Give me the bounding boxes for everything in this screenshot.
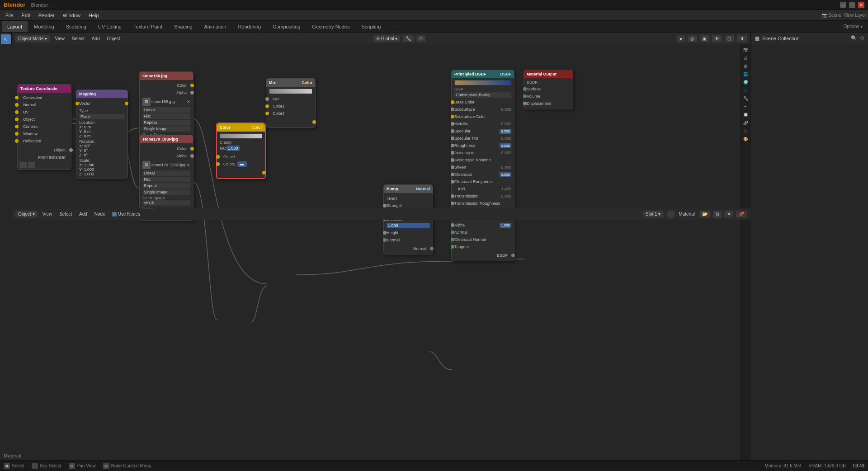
node-editor-header: Object ▾ View Select Add Node Use Nodes … — [12, 208, 750, 220]
statusbar: ◉ Select ⬚ Box Select ⊙ Pan View ◎ Node … — [0, 460, 868, 471]
node-editor-type[interactable]: Object ▾ — [15, 211, 38, 217]
node-material-output[interactable]: Material Output BSDF Surface Volume Disp… — [524, 70, 573, 109]
tab-modeling[interactable]: Modeling — [28, 21, 60, 32]
tab-scripting[interactable]: Scripting — [356, 21, 386, 32]
menu-view[interactable]: View — [52, 35, 67, 42]
status-memory: Memory: 81.6 MiB — [765, 463, 802, 468]
object-mode-selector[interactable]: Object Mode ▾ — [15, 35, 50, 42]
workspace-tabs: Layout Modeling Sculpting UV Editing Tex… — [0, 21, 868, 33]
material-copy[interactable]: ⧉ — [713, 211, 722, 218]
properties-icons-strip: 📷 🖨 ▦ 🌐 🌍 ⬡ 🔧 ✦ 🔲 🔗 ⬡ 🎨 — [741, 44, 750, 460]
viewport-shading-material[interactable]: ◎ — [688, 35, 697, 42]
tab-rendering[interactable]: Rendering — [232, 21, 266, 32]
menu-select[interactable]: Select — [70, 35, 87, 42]
outliner-options[interactable]: ⚙ — [860, 35, 864, 41]
props-strip-constraints[interactable]: 🔗 — [742, 119, 749, 127]
node-canvas[interactable]: Texture Coordinate Generated Normal UV O… — [0, 44, 868, 460]
viewport-overlay[interactable]: 👁 — [712, 35, 722, 42]
props-strip-render[interactable]: 📷 — [742, 46, 749, 53]
props-strip-output[interactable]: 🖨 — [742, 54, 749, 61]
node-bump-title: Bump — [387, 187, 398, 191]
props-strip-view[interactable]: ▦ — [742, 62, 749, 70]
viewport-xray[interactable]: ⬡ — [725, 35, 734, 42]
props-strip-physics[interactable]: 🔲 — [742, 111, 749, 118]
menu-object[interactable]: Object — [105, 35, 123, 42]
pin-node[interactable]: 📌 — [736, 211, 747, 217]
tab-compositing[interactable]: Compositing — [267, 21, 306, 32]
node-image-texture-2[interactable]: stone170_DISPjpg Color Alpha 🖼 stone170_… — [139, 135, 193, 221]
tab-uv-editing[interactable]: UV Editing — [93, 21, 127, 32]
props-strip-particles[interactable]: ✦ — [742, 103, 749, 110]
tab-animation[interactable]: Animation — [199, 21, 232, 32]
node-tc-title: Texture Coordinate — [20, 86, 57, 91]
status-time: 09:43 — [853, 463, 864, 468]
node-menu-select[interactable]: Select — [57, 211, 74, 217]
slot-selector[interactable]: Slot 1 ▾ — [643, 211, 663, 217]
outliner-icon: ▦ — [755, 35, 760, 42]
menu-window[interactable]: Window — [59, 12, 84, 19]
mouse-drag-icon: ⬚ — [32, 463, 38, 469]
material-ball-icon — [667, 210, 675, 218]
material-browse[interactable]: 📂 — [699, 211, 710, 217]
node-principled-bsdf[interactable]: Principled BSDF BSDF GGX Christensen-Bur… — [451, 70, 514, 261]
use-nodes-check[interactable] — [112, 212, 117, 217]
snap-button[interactable]: 🔧 — [403, 35, 414, 42]
node-menu-view[interactable]: View — [40, 211, 55, 217]
node-menu-node[interactable]: Node — [92, 211, 108, 217]
node-mapping[interactable]: Mapping Vector Type Point Location: X: 0… — [76, 89, 128, 179]
outliner-filter[interactable]: 🔍 — [851, 35, 857, 41]
status-pan: ⊙ Pan View — [69, 463, 96, 469]
props-strip-material[interactable]: 🎨 — [742, 136, 749, 143]
node-texture-coordinate[interactable]: Texture Coordinate Generated Normal UV O… — [17, 84, 71, 170]
material-label: Material — [679, 212, 695, 217]
minimize-button[interactable]: — — [840, 2, 846, 8]
title-text: Blender — [31, 2, 840, 8]
viewport-shading-solid[interactable]: ● — [677, 35, 685, 42]
tab-layout[interactable]: Layout — [2, 21, 28, 32]
window-controls: — □ ✕ — [840, 2, 864, 8]
props-strip-data[interactable]: ⬡ — [742, 127, 749, 135]
status-box-select: ⬚ Box Select — [32, 463, 61, 469]
proportional-edit[interactable]: ⊙ — [416, 35, 425, 42]
props-strip-object[interactable]: ⬡ — [742, 87, 749, 94]
status-box-select-label: Box Select — [40, 463, 61, 468]
scene-label: 📷 Scene — [822, 13, 841, 18]
add-workspace-button[interactable]: + — [387, 21, 401, 32]
tab-texture-paint[interactable]: Texture Paint — [128, 21, 168, 32]
close-button[interactable]: ✕ — [858, 2, 864, 8]
right-mouse-icon: ◎ — [103, 463, 109, 469]
use-nodes-checkbox[interactable]: Use Nodes — [112, 212, 140, 217]
menu-add[interactable]: Add — [90, 35, 102, 42]
tab-geometry-nodes[interactable]: Geometry Nodes — [307, 21, 355, 32]
select-tool[interactable]: ↖ — [1, 34, 11, 44]
node-editor-material-label: Material — [4, 453, 21, 458]
tab-shading[interactable]: Shading — [169, 21, 198, 32]
maximize-button[interactable]: □ — [849, 2, 855, 8]
viewport-header: Object Mode ▾ View Select Add Object ⊕ G… — [12, 33, 750, 44]
middle-mouse-icon: ⊙ — [69, 463, 75, 469]
menu-render[interactable]: Render — [35, 12, 58, 19]
menu-file[interactable]: File — [2, 12, 17, 19]
menubar: File Edit Render Window Help 📷 Scene Vie… — [0, 10, 868, 21]
global-orientation[interactable]: ⊕ Global ▾ — [373, 35, 400, 42]
material-close[interactable]: ✕ — [724, 211, 733, 217]
node-menu-add[interactable]: Add — [77, 211, 90, 217]
app-logo: Blender — [4, 1, 25, 8]
use-nodes-label: Use Nodes — [118, 212, 140, 217]
tab-sculpting[interactable]: Sculpting — [61, 21, 92, 32]
options-button[interactable]: Options ▾ — [840, 21, 866, 32]
outliner-title: Scene Collection — [762, 36, 800, 41]
props-strip-modifier[interactable]: 🔧 — [742, 95, 749, 102]
titlebar: Blender Blender — □ ✕ — [0, 0, 868, 10]
props-strip-scene[interactable]: 🌐 — [742, 71, 749, 78]
outliner-header: ▦ Scene Collection 🔍 ⚙ — [751, 33, 868, 44]
status-pan-label: Pan View — [77, 463, 96, 468]
viewport-area: Object Mode ▾ View Select Add Object ⊕ G… — [12, 33, 750, 460]
viewport-shading-rendered[interactable]: ◉ — [700, 35, 709, 42]
pause-render[interactable]: ⏸ — [737, 35, 747, 42]
menu-help[interactable]: Help — [85, 12, 103, 19]
menu-edit[interactable]: Edit — [18, 12, 34, 19]
node-color-selected[interactable]: Color Color Clamp Fac1.000 Color1 Color2 — [216, 122, 266, 179]
props-strip-world[interactable]: 🌍 — [742, 79, 749, 86]
node-mix[interactable]: Mix Color Fac Color1 — [266, 78, 316, 128]
